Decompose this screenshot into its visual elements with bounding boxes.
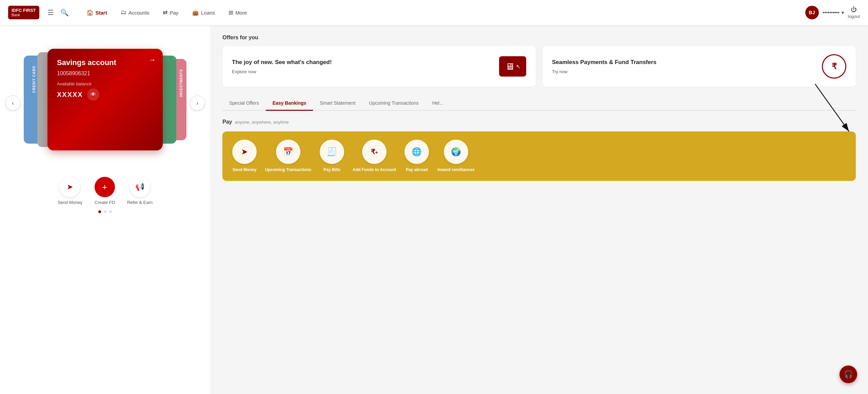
nav-pay[interactable]: ⇄ Pay xyxy=(157,6,184,19)
more-icon: ⊞ xyxy=(229,9,233,16)
offer-2-title: Seamless Payments & Fund Transfers xyxy=(552,59,656,66)
carousel-next-button[interactable]: › xyxy=(190,96,205,110)
card-account-number: 10058906321 xyxy=(57,70,153,77)
tabs-bar: Special Offers Easy Bankings Smart State… xyxy=(222,96,856,111)
globe-icon: 🌐 xyxy=(412,147,422,157)
refer-earn-circle: 📢 xyxy=(130,177,150,197)
dot-3 xyxy=(109,210,112,213)
megaphone-icon: 📢 xyxy=(135,183,144,191)
send-money-pay-circle: ➤ xyxy=(232,140,257,164)
dot-1 xyxy=(98,210,101,213)
create-fd-action[interactable]: + Create FD xyxy=(95,177,115,205)
pay-subtitle: anyone, anywhere, anytime xyxy=(235,120,289,125)
add-funds-icon: ₹+ xyxy=(371,148,378,156)
pay-icon: ⇄ xyxy=(163,9,167,16)
nav-start[interactable]: 🏠 Start xyxy=(81,6,113,19)
logo[interactable]: IDFC FIRST Bank xyxy=(8,6,39,20)
create-fd-circle: + xyxy=(95,177,115,197)
send-money-pay-icon: ➤ xyxy=(241,147,248,157)
user-menu-button[interactable]: •••••••••• ▾ xyxy=(823,10,844,15)
logo-text: IDFC FIRST Bank xyxy=(12,8,36,18)
tab-special-offers[interactable]: Special Offers xyxy=(222,96,266,111)
toggle-balance-button[interactable]: 👁 xyxy=(87,88,99,101)
pay-item-send-money[interactable]: ➤ Send Money xyxy=(229,140,260,173)
pay-item-abroad[interactable]: 🌐 Pay abroad xyxy=(401,140,432,173)
menu-icon[interactable]: ☰ xyxy=(47,8,54,17)
support-fab[interactable]: 🎧 xyxy=(840,366,857,383)
bills-pay-circle: 🧾 xyxy=(320,140,344,164)
add-funds-circle: ₹+ xyxy=(362,140,387,164)
main-content: ‹ LOANS CREDIT CARD INVESTMENTS INSURANC… xyxy=(0,25,868,394)
offer-1-icon: 🖥 ↖ xyxy=(499,56,526,77)
pay-title: Pay xyxy=(222,119,232,125)
offer-2-icon: ₹ xyxy=(822,54,846,79)
offer-2-text: Seamless Payments & Fund Transfers Try n… xyxy=(552,59,656,74)
offer-card-1[interactable]: The joy of new. See what's changed! Expl… xyxy=(222,46,536,87)
search-icon[interactable]: 🔍 xyxy=(60,8,69,17)
card-actions: ➤ Send Money + Create FD 📢 Refer & Earn xyxy=(58,177,153,205)
left-panel: ‹ LOANS CREDIT CARD INVESTMENTS INSURANC… xyxy=(0,25,210,394)
monitor-icon: 🖥 xyxy=(505,61,515,72)
offer-card-2[interactable]: Seamless Payments & Fund Transfers Try n… xyxy=(542,46,856,87)
upcoming-pay-circle: 📅 xyxy=(276,140,300,164)
tab-easy-bankings[interactable]: Easy Bankings xyxy=(266,96,313,111)
bills-pay-label: Pay Bills xyxy=(323,167,340,173)
upcoming-pay-label: Upcoming Transactions xyxy=(265,167,311,173)
card-navigate-button[interactable]: → xyxy=(149,56,156,64)
send-money-circle: ➤ xyxy=(60,177,80,197)
loans-icon: 👜 xyxy=(192,9,199,16)
dot-2 xyxy=(104,210,106,213)
pay-item-remittances[interactable]: 🌍 Inward remittances xyxy=(437,140,474,173)
refer-earn-label: Refer & Earn xyxy=(127,200,153,205)
offer-1-title: The joy of new. See what's changed! xyxy=(232,59,332,66)
home-icon: 🏠 xyxy=(86,9,94,16)
logout-button[interactable]: ⏻ logout xyxy=(848,6,860,19)
add-funds-label: Add Funds to Account xyxy=(353,167,396,173)
pay-section: Pay anyone, anywhere, anytime ➤ Send Mon… xyxy=(222,119,856,181)
refer-earn-action[interactable]: 📢 Refer & Earn xyxy=(127,177,153,205)
tab-help[interactable]: Hel... xyxy=(426,96,450,111)
rupee-rotate-icon: ₹ xyxy=(832,62,837,71)
send-money-pay-label: Send Money xyxy=(233,167,257,173)
pay-item-add-funds[interactable]: ₹+ Add Funds to Account xyxy=(353,140,396,173)
pay-item-upcoming[interactable]: 📅 Upcoming Transactions xyxy=(265,140,311,173)
loans-label: LOANS xyxy=(7,76,11,89)
nav-more[interactable]: ⊞ More xyxy=(223,6,252,19)
accounts-icon: 🗂 xyxy=(121,9,126,16)
carousel-prev-button[interactable]: ‹ xyxy=(5,96,20,110)
calendar-icon: 📅 xyxy=(283,147,293,157)
tab-upcoming-transactions[interactable]: Upcoming Transactions xyxy=(362,96,425,111)
nav-loans[interactable]: 👜 Loans xyxy=(186,6,220,19)
remittances-circle: 🌍 xyxy=(444,140,468,164)
header-right: BJ •••••••••• ▾ ⏻ logout xyxy=(805,6,860,19)
header-utility-icons: ☰ 🔍 xyxy=(47,8,69,17)
remittances-label: Inward remittances xyxy=(437,167,474,173)
send-money-label: Send Money xyxy=(58,200,82,205)
user-name-masked: •••••••••• xyxy=(823,10,840,15)
investments-label: INVESTMENTS xyxy=(179,69,183,97)
savings-card[interactable]: → Savings account 10058906321 Available … xyxy=(47,49,163,150)
carousel-dots xyxy=(98,210,112,213)
header: IDFC FIRST Bank ☰ 🔍 🏠 Start 🗂 Accounts ⇄… xyxy=(0,0,868,25)
nav-accounts[interactable]: 🗂 Accounts xyxy=(115,6,155,19)
card-stack: LOANS CREDIT CARD INVESTMENTS INSURANCE … xyxy=(44,49,166,157)
card-carousel: ‹ LOANS CREDIT CARD INVESTMENTS INSURANC… xyxy=(0,39,210,167)
power-icon: ⏻ xyxy=(851,6,857,13)
create-fd-label: Create FD xyxy=(95,200,115,205)
main-nav: 🏠 Start 🗂 Accounts ⇄ Pay 👜 Loans ⊞ More xyxy=(81,6,805,19)
offer-1-link[interactable]: Explore now xyxy=(232,69,332,74)
card-balance-value: XXXXX xyxy=(57,91,83,99)
cursor-icon: ↖ xyxy=(516,63,520,70)
credit-card-label: CREDIT CARD xyxy=(32,66,36,93)
offer-2-link[interactable]: Try now xyxy=(552,69,656,74)
bills-icon: 🧾 xyxy=(327,147,337,157)
tab-smart-statement[interactable]: Smart Statement xyxy=(313,96,362,111)
card-type: Savings account xyxy=(57,58,153,67)
pay-item-bills[interactable]: 🧾 Pay Bills xyxy=(317,140,347,173)
avatar: BJ xyxy=(805,6,819,19)
send-icon: ➤ xyxy=(67,183,73,191)
chevron-down-icon: ▾ xyxy=(842,10,844,15)
right-panel: Offers for you The joy of new. See what'… xyxy=(210,25,868,394)
send-money-action[interactable]: ➤ Send Money xyxy=(58,177,82,205)
headphone-icon: 🎧 xyxy=(844,370,853,379)
